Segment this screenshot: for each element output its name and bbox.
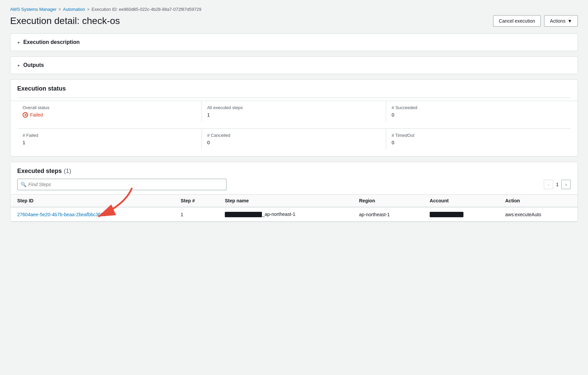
- next-page-button[interactable]: ›: [561, 180, 571, 189]
- breadcrumb-sep-2: >: [87, 7, 89, 12]
- action-cell: aws:executeAuto: [499, 207, 578, 222]
- status-cell-cancelled: # Cancelled 0: [202, 129, 386, 149]
- execution-status-title: Execution status: [10, 80, 578, 92]
- status-cell-timedout: # TimedOut 0: [386, 129, 571, 149]
- executed-steps-card: Executed steps (1) 🔍 ‹ 1 › Step ID Step …: [10, 162, 578, 222]
- steps-table: Step ID Step # Step name Region Account …: [10, 194, 578, 222]
- breadcrumb-sep-1: >: [59, 7, 61, 12]
- col-region: Region: [352, 195, 423, 207]
- col-action: Action: [499, 195, 578, 207]
- col-step-id: Step ID: [10, 195, 174, 207]
- succeeded-value: 0: [392, 112, 565, 118]
- step-name-suffix: _ap-northeast-1: [262, 211, 295, 217]
- status-cell-succeeded: # Succeeded 0: [386, 101, 571, 122]
- execution-description-toggle[interactable]: ► Execution description: [10, 34, 578, 51]
- search-input-wrap: 🔍: [17, 179, 226, 190]
- actions-label: Actions: [550, 18, 565, 24]
- cancelled-value: 0: [207, 140, 381, 145]
- breadcrumb-link-automation[interactable]: Automation: [63, 7, 85, 12]
- execution-status-grid: Overall status ✕ Failed All executed ste…: [10, 101, 578, 128]
- search-bar-row: 🔍 ‹ 1 ›: [10, 179, 578, 194]
- col-account: Account: [423, 195, 499, 207]
- failed-count-label: # Failed: [23, 133, 196, 138]
- page-header: Execution detail: check-os Cancel execut…: [10, 15, 578, 27]
- page-number: 1: [556, 182, 559, 187]
- status-cell-all-steps: All executed steps 1: [202, 101, 386, 122]
- account-cell: [423, 207, 499, 222]
- execution-status-card: Execution status Overall status ✕ Failed…: [10, 79, 578, 156]
- breadcrumb-link-ssm[interactable]: AWS Systems Manager: [10, 7, 57, 12]
- step-num-cell: 1: [174, 207, 218, 222]
- account-redacted-bar: [430, 212, 463, 217]
- executed-steps-title: Executed steps: [17, 168, 62, 175]
- cancel-execution-button[interactable]: Cancel execution: [493, 15, 541, 27]
- status-cell-failed: # Failed 1: [17, 129, 202, 149]
- breadcrumb: AWS Systems Manager > Automation > Execu…: [10, 7, 578, 12]
- breadcrumb-current: Execution ID: ee960d85-022c-4b28-88a7-07…: [91, 7, 201, 12]
- outputs-title: Outputs: [23, 62, 44, 68]
- col-step-num: Step #: [174, 195, 218, 207]
- execution-description-card: ► Execution description: [10, 33, 578, 51]
- pagination: ‹ 1 ›: [544, 180, 571, 189]
- step-id-cell: 27604aee-5e20-4b7b-beaa-2beafbbc3628: [10, 207, 174, 222]
- step-name-cell: _ap-northeast-1: [218, 207, 352, 222]
- overall-status-value: ✕ Failed: [23, 112, 196, 118]
- region-cell: ap-northeast-1: [352, 207, 423, 222]
- executed-steps-count: (1): [64, 168, 71, 175]
- search-input[interactable]: [17, 179, 226, 190]
- prev-page-button[interactable]: ‹: [544, 180, 553, 189]
- search-icon: 🔍: [21, 182, 26, 187]
- header-actions: Cancel execution Actions ▼: [493, 15, 578, 27]
- failed-icon: ✕: [23, 112, 28, 118]
- page-title: Execution detail: check-os: [10, 16, 120, 26]
- failed-text: Failed: [30, 112, 43, 118]
- step-name-redacted-bar: [225, 212, 262, 217]
- status-cell-overall: Overall status ✕ Failed: [17, 101, 202, 122]
- table-header-row: Step ID Step # Step name Region Account …: [10, 195, 578, 207]
- outputs-toggle[interactable]: ► Outputs: [10, 57, 578, 74]
- actions-button[interactable]: Actions ▼: [544, 15, 578, 27]
- succeeded-label: # Succeeded: [392, 105, 565, 110]
- col-step-name: Step name: [218, 195, 352, 207]
- collapse-icon-outputs: ►: [17, 64, 21, 67]
- timedout-label: # TimedOut: [392, 133, 565, 138]
- all-steps-label: All executed steps: [207, 105, 381, 110]
- execution-description-title: Execution description: [23, 39, 80, 45]
- overall-status-label: Overall status: [23, 105, 196, 110]
- table-row: 27604aee-5e20-4b7b-beaa-2beafbbc36281_ap…: [10, 207, 578, 222]
- failed-count-value: 1: [23, 140, 196, 145]
- executed-steps-header: Executed steps (1): [10, 162, 578, 179]
- cancelled-label: # Cancelled: [207, 133, 381, 138]
- table-wrap: Step ID Step # Step name Region Account …: [10, 194, 578, 222]
- timedout-value: 0: [392, 140, 565, 145]
- outputs-card: ► Outputs: [10, 56, 578, 74]
- collapse-icon-description: ►: [17, 41, 21, 44]
- execution-status-grid-row2: # Failed 1 # Cancelled 0 # TimedOut 0: [10, 129, 578, 156]
- all-steps-value: 1: [207, 112, 381, 118]
- step-id-link[interactable]: 27604aee-5e20-4b7b-beaa-2beafbbc3628: [17, 212, 106, 217]
- actions-dropdown-icon: ▼: [567, 18, 572, 24]
